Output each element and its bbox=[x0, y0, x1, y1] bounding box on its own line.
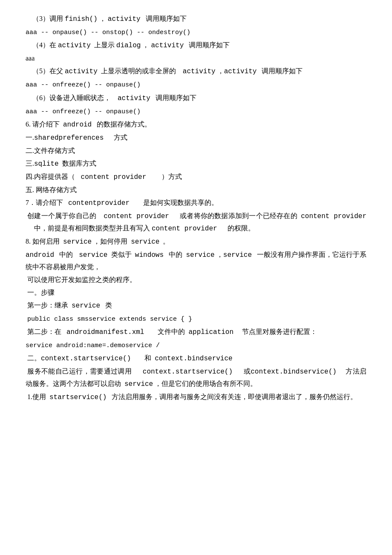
line-15: 7．请介绍下 contentprovider 是如何实现数据共享的。 bbox=[26, 197, 366, 209]
line-30: 二。context.startservice() 和 context.binds… bbox=[26, 352, 366, 365]
line-23: 可以使用它开发如监控之类的程序。 bbox=[26, 274, 366, 286]
line-31: 服务不能自己运行，需要通过调用 context.startservice() 或… bbox=[26, 365, 366, 390]
main-content: （3）调用 finish() ， activity 调用顺序如下 aaa -- … bbox=[26, 13, 366, 403]
line-27: 第二步：在 androidmanifest.xml 文件中的 applicati… bbox=[26, 326, 366, 338]
line-3: （4）在 activity 上显示 dialog ， activity 调用顺序… bbox=[26, 39, 366, 52]
line-7: （6）设备进入睡眠状态， activity 调用顺序如下 bbox=[26, 92, 366, 104]
line-19: 8. 如何启用 service ，如何停用 service 。 bbox=[26, 236, 366, 248]
line-34: 1.使用 startservice() 方法启用服务，调用者与服务之间没有关连，… bbox=[26, 391, 366, 403]
line-12: 三.sqlite 数据库方式 bbox=[26, 158, 366, 170]
line-26: public class smsservice extends service … bbox=[26, 313, 366, 325]
line-4: aaa bbox=[26, 52, 366, 64]
line-5: （5）在父 activity 上显示透明的或非全屏的 activity ，act… bbox=[26, 65, 366, 78]
line-9: 6. 请介绍下 android 的数据存储方式。 bbox=[26, 118, 366, 131]
line-29: service android:name=.demoservice / bbox=[26, 339, 366, 351]
line-25: 第一步：继承 service 类 bbox=[26, 299, 366, 312]
line-1: （3）调用 finish() ， activity 调用顺序如下 bbox=[26, 13, 366, 25]
line-2: aaa -- onpause() -- onstop() -- ondestro… bbox=[26, 26, 366, 38]
line-24: 一。步骤 bbox=[26, 287, 366, 299]
line-20: android 中的 service 类似于 windows 中的 servic… bbox=[26, 249, 366, 273]
line-14: 五. 网络存储方式 bbox=[26, 184, 366, 196]
line-16: 创建一个属于你自己的 content provider 或者将你的数据添加到一个… bbox=[26, 210, 366, 235]
line-11: 二.文件存储方式 bbox=[26, 145, 366, 157]
line-8: aaa -- onfreeze() -- onpause() bbox=[26, 105, 366, 118]
line-10: 一.sharedpreferences 方式 bbox=[26, 132, 366, 144]
line-6: aaa -- onfreeze() -- onpause() bbox=[26, 78, 366, 91]
line-13: 四.内容提供器（ content provider ）方式 bbox=[26, 171, 366, 183]
